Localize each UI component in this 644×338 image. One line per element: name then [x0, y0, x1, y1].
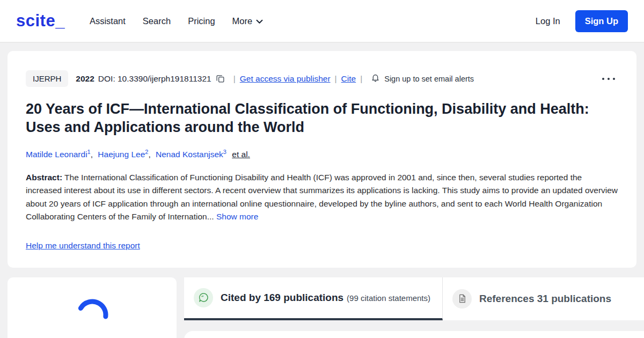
loading-spinner-icon: [75, 298, 109, 338]
meta-separator: |: [360, 74, 362, 84]
tab-cited-by[interactable]: ” Cited by 169 publications(99 citation …: [184, 277, 443, 320]
meta-separator: |: [233, 74, 236, 84]
doi-text: DOI: 10.3390/ijerph191811321: [98, 74, 211, 84]
abstract-text: The International Classification of Func…: [26, 173, 618, 221]
citations-list-panel: [184, 331, 644, 338]
references-label: References 31 publications: [479, 293, 611, 305]
author-affiliation-sup: 1: [87, 149, 91, 155]
citation-statements-count: (99 citation statements): [347, 293, 430, 303]
header-actions: Log In Sign Up: [536, 10, 628, 32]
paper-report-card: IJERPH 2022 DOI: 10.3390/ijerph191811321…: [8, 51, 636, 268]
abstract-paragraph: Abstract: The International Classificati…: [26, 171, 618, 224]
bell-icon: [371, 73, 380, 84]
nav-item-assistant[interactable]: Assistant: [90, 16, 126, 26]
get-access-link[interactable]: Get access via publisher: [240, 74, 331, 84]
nav-item-more[interactable]: More: [232, 16, 264, 26]
help-understand-link[interactable]: Help me understand this report: [26, 241, 140, 251]
main-nav: Assistant Search Pricing More: [90, 16, 263, 26]
report-body: ” Cited by 169 publications(99 citation …: [8, 277, 644, 338]
copy-doi-icon[interactable]: [216, 74, 225, 83]
top-navbar: scite_ Assistant Search Pricing More Log…: [0, 0, 644, 43]
document-icon: [452, 289, 472, 308]
paper-title: 20 Years of ICF—International Classifica…: [26, 100, 605, 137]
cite-link[interactable]: Cite: [341, 74, 356, 84]
paper-meta-row: IJERPH 2022 DOI: 10.3390/ijerph191811321…: [26, 70, 618, 87]
nav-item-pricing[interactable]: Pricing: [188, 16, 215, 26]
author-affiliation-sup: 3: [223, 149, 226, 155]
tab-references[interactable]: References 31 publications: [443, 277, 644, 320]
nav-item-search[interactable]: Search: [143, 16, 171, 26]
abstract-label: Abstract:: [26, 173, 62, 182]
author-link[interactable]: Haejung Lee: [98, 150, 145, 159]
show-more-link[interactable]: Show more: [216, 212, 258, 221]
overflow-menu-icon[interactable]: [599, 75, 618, 83]
email-alerts-button[interactable]: Sign up to set email alerts: [371, 73, 474, 84]
publication-year: 2022: [76, 74, 94, 84]
et-al-link[interactable]: et al.: [232, 150, 250, 159]
cited-by-label: Cited by 169 publications(99 citation st…: [221, 292, 430, 304]
quote-bubble-icon: ”: [194, 288, 213, 307]
signup-button[interactable]: Sign Up: [575, 10, 628, 32]
citation-tabs: ” Cited by 169 publications(99 citation …: [184, 277, 644, 320]
author-link[interactable]: Nenad Kostanjsek: [156, 150, 223, 159]
chevron-down-icon: [256, 19, 263, 24]
author-list: Matilde Leonardi1, Haejung Lee2, Nenad K…: [26, 149, 618, 159]
svg-text:”: ”: [201, 295, 203, 300]
scite-logo[interactable]: scite_: [16, 11, 65, 31]
meta-separator: |: [335, 74, 337, 84]
author-link[interactable]: Matilde Leonardi: [26, 150, 87, 159]
citations-column: ” Cited by 169 publications(99 citation …: [184, 277, 644, 338]
login-link[interactable]: Log In: [536, 16, 560, 26]
journal-badge[interactable]: IJERPH: [26, 70, 68, 87]
tally-panel: [8, 277, 177, 338]
